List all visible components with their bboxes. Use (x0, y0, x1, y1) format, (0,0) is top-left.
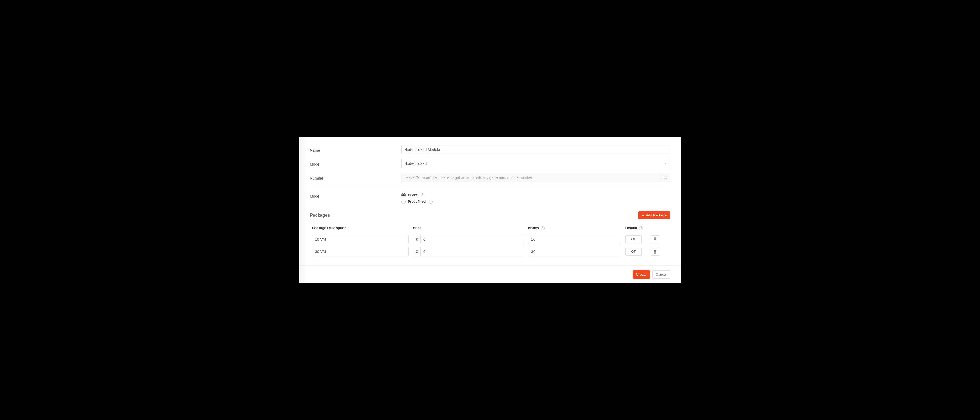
col-default-label: Default (625, 226, 637, 230)
col-nodes: Nodes ? (526, 223, 623, 233)
table-header-row: Package Description Price Nodes ? Defaul… (310, 223, 670, 233)
radio-circle (401, 199, 406, 204)
packages-header: Packages + Add Package (310, 212, 670, 220)
col-price: Price (411, 223, 526, 233)
package-description-input[interactable] (312, 235, 409, 244)
help-icon[interactable]: ? (639, 226, 643, 230)
price-group: € (413, 247, 524, 256)
label-name: Name (310, 146, 401, 153)
create-label: Create (636, 272, 647, 277)
delete-row-button[interactable] (651, 248, 659, 256)
help-icon[interactable]: ? (421, 193, 425, 197)
row-number: Number (310, 173, 670, 182)
cancel-button[interactable]: Cancel (652, 270, 670, 278)
currency-symbol: € (413, 235, 420, 244)
row-model: Model (310, 159, 670, 168)
footer: Create Cancel (299, 266, 681, 283)
name-wrap (401, 145, 670, 154)
radio-predefined[interactable]: Predefined ? (401, 199, 670, 204)
label-model: Model (310, 161, 401, 167)
add-package-button[interactable]: + Add Package (638, 212, 670, 220)
package-description-input[interactable] (312, 247, 409, 256)
row-name: Name (310, 145, 670, 154)
model-wrap (401, 159, 670, 168)
radio-client-label: Client (408, 193, 417, 197)
panel-inner: Name Model Number (299, 137, 681, 258)
add-package-label: Add Package (646, 213, 667, 217)
default-toggle[interactable]: Off (625, 248, 641, 256)
row-mode: Mode Client ? Predefined ? (310, 192, 670, 206)
toggle-label: Off (631, 237, 636, 241)
default-toggle[interactable]: Off (625, 235, 641, 243)
col-description: Package Description (310, 223, 411, 233)
col-default: Default ? (623, 223, 649, 233)
packages-title: Packages (310, 213, 330, 218)
col-nodes-label: Nodes (528, 226, 539, 230)
trash-icon (654, 237, 657, 241)
packages-table: Package Description Price Nodes ? Defaul… (310, 223, 670, 258)
col-action (649, 223, 670, 233)
plus-icon: + (642, 213, 644, 217)
number-input[interactable] (401, 173, 661, 182)
price-group: € (413, 235, 524, 244)
name-input[interactable] (401, 145, 670, 154)
create-button[interactable]: Create (633, 270, 650, 278)
radio-predefined-label: Predefined (408, 199, 426, 204)
radio-client[interactable]: Client ? (401, 193, 670, 197)
package-price-input[interactable] (420, 247, 524, 256)
regenerate-icon[interactable] (661, 173, 670, 182)
help-icon[interactable]: ? (541, 226, 544, 230)
form-panel: Name Model Number (299, 137, 681, 283)
toggle-label: Off (631, 250, 636, 253)
label-mode: Mode (310, 192, 401, 199)
package-price-input[interactable] (420, 235, 524, 244)
divider (310, 187, 670, 187)
number-wrap (401, 173, 670, 182)
radio-circle-checked (401, 193, 406, 197)
mode-radio-group: Client ? Predefined ? (401, 192, 670, 206)
radio-dot (402, 194, 404, 196)
cancel-label: Cancel (656, 272, 667, 277)
package-nodes-input[interactable] (528, 235, 621, 244)
delete-row-button[interactable] (651, 235, 659, 243)
table-row: € Off (310, 233, 670, 245)
label-number: Number (310, 175, 401, 180)
model-select[interactable] (401, 159, 670, 168)
package-nodes-input[interactable] (528, 247, 621, 256)
help-icon[interactable]: ? (429, 200, 433, 204)
table-row: € Off (310, 245, 670, 258)
trash-icon (654, 250, 657, 253)
currency-symbol: € (413, 247, 420, 256)
